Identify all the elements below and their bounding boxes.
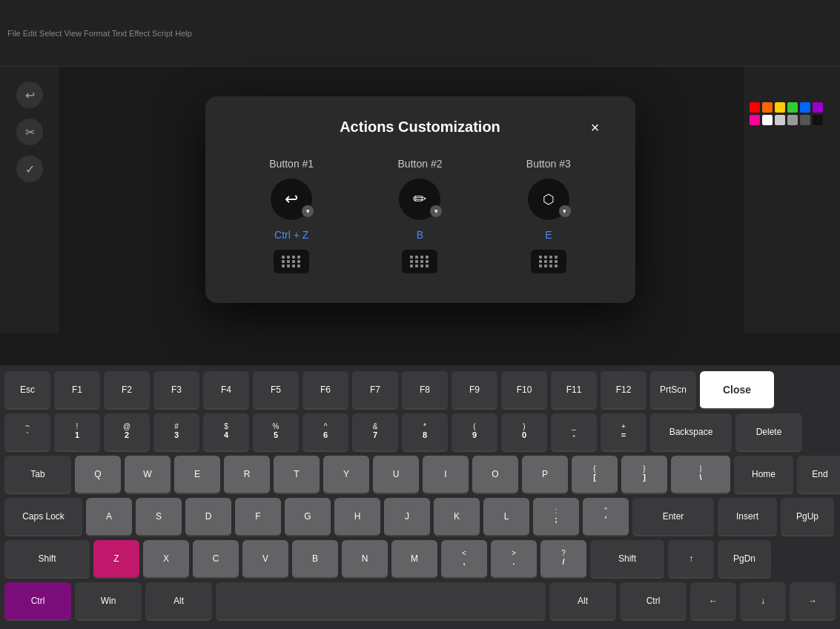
button-1-action[interactable]: ↩ ▾ [271, 179, 312, 220]
key-tab[interactable]: Tab [4, 456, 71, 494]
actions-customization-dialog: Actions Customization × Button #1 ↩ ▾ Ct… [205, 96, 635, 303]
key-prtscn[interactable]: PrtScn [650, 371, 696, 410]
key-f5[interactable]: F5 [253, 371, 299, 410]
key-arrow-right[interactable]: → [790, 582, 836, 621]
key-win[interactable]: Win [75, 582, 142, 621]
key-f10[interactable]: F10 [501, 371, 547, 410]
key-f12[interactable]: F12 [601, 371, 646, 410]
key-w[interactable]: W [125, 456, 171, 494]
key-j[interactable]: J [384, 498, 430, 536]
key-q[interactable]: Q [75, 456, 121, 494]
key-rbracket[interactable]: }] [621, 456, 667, 494]
key-f3[interactable]: F3 [153, 371, 199, 410]
key-o[interactable]: O [472, 456, 518, 494]
key-shift-left[interactable]: Shift [4, 540, 90, 579]
key-k[interactable]: K [434, 498, 480, 536]
key-esc[interactable]: Esc [4, 371, 50, 410]
brush-icon: ✏ [413, 190, 426, 209]
key-f7[interactable]: F7 [352, 371, 398, 410]
key-3[interactable]: #3 [153, 413, 199, 452]
key-8[interactable]: *8 [402, 413, 448, 452]
key-f9[interactable]: F9 [452, 371, 497, 410]
key-ctrl-left[interactable]: Ctrl [4, 582, 71, 621]
key-shift-right[interactable]: Shift [590, 540, 664, 579]
key-pgup[interactable]: PgUp [781, 498, 834, 536]
key-space[interactable] [216, 582, 546, 621]
button-1-shortcut: Ctrl + Z [274, 229, 308, 241]
key-p[interactable]: P [522, 456, 568, 494]
keyboard-close-button[interactable]: Close [700, 371, 774, 410]
button-2-grid-btn[interactable] [402, 250, 437, 273]
key-g[interactable]: G [285, 498, 331, 536]
key-b[interactable]: B [292, 540, 338, 579]
key-f8[interactable]: F8 [402, 371, 448, 410]
key-backslash[interactable]: |\ [671, 456, 730, 494]
key-insert[interactable]: Insert [718, 498, 777, 536]
key-f[interactable]: F [235, 498, 281, 536]
key-comma[interactable]: <, [441, 540, 487, 579]
button-3-grid-btn[interactable] [531, 250, 566, 273]
key-v[interactable]: V [242, 540, 288, 579]
key-s[interactable]: S [136, 498, 182, 536]
key-5[interactable]: %5 [253, 413, 299, 452]
dialog-close-button[interactable]: × [585, 117, 606, 138]
key-backspace[interactable]: Backspace [650, 413, 732, 452]
key-alt-right[interactable]: Alt [549, 582, 616, 621]
key-c[interactable]: C [193, 540, 239, 579]
button-3-action[interactable]: ⬡ ▾ [528, 179, 569, 220]
key-n[interactable]: N [342, 540, 388, 579]
button-col-1: Button #1 ↩ ▾ Ctrl + Z [235, 158, 348, 273]
key-pgdn[interactable]: PgDn [718, 540, 771, 579]
key-alt-left[interactable]: Alt [145, 582, 212, 621]
key-r[interactable]: R [224, 456, 270, 494]
key-home[interactable]: Home [734, 456, 793, 494]
dropdown-arrow-2: ▾ [430, 205, 442, 217]
key-f1[interactable]: F1 [54, 371, 100, 410]
key-4[interactable]: $4 [203, 413, 249, 452]
key-arrow-left[interactable]: ← [690, 582, 736, 621]
key-m[interactable]: M [391, 540, 437, 579]
key-slash[interactable]: ?/ [540, 540, 586, 579]
button-1-grid-btn[interactable] [274, 250, 309, 273]
key-l[interactable]: L [483, 498, 529, 536]
key-u[interactable]: U [373, 456, 419, 494]
key-quote[interactable]: "' [583, 498, 629, 536]
key-arrow-up[interactable]: ↑ [668, 540, 714, 579]
key-enter[interactable]: Enter [632, 498, 714, 536]
key-z[interactable]: Z [93, 540, 139, 579]
button-col-3: Button #3 ⬡ ▾ E [492, 158, 605, 273]
key-a[interactable]: A [86, 498, 132, 536]
key-d[interactable]: D [185, 498, 231, 536]
key-backtick[interactable]: ~` [4, 413, 50, 452]
key-y[interactable]: Y [323, 456, 369, 494]
key-capslock[interactable]: Caps Lock [4, 498, 82, 536]
key-f2[interactable]: F2 [104, 371, 150, 410]
key-6[interactable]: ^6 [302, 413, 348, 452]
key-minus[interactable]: _- [551, 413, 597, 452]
key-lbracket[interactable]: {[ [572, 456, 618, 494]
key-x[interactable]: X [143, 540, 189, 579]
key-f11[interactable]: F11 [551, 371, 597, 410]
editor-tool-check: ✓ [16, 156, 43, 182]
editor-right-panel [744, 67, 840, 333]
key-delete[interactable]: Delete [735, 413, 802, 452]
key-h[interactable]: H [334, 498, 380, 536]
key-0[interactable]: )0 [501, 413, 547, 452]
key-equals[interactable]: += [601, 413, 646, 452]
key-e[interactable]: E [174, 456, 220, 494]
key-7[interactable]: &7 [352, 413, 398, 452]
key-semicolon[interactable]: :; [533, 498, 579, 536]
key-t[interactable]: T [274, 456, 320, 494]
key-1[interactable]: !1 [54, 413, 100, 452]
key-f4[interactable]: F4 [203, 371, 249, 410]
button-2-action[interactable]: ✏ ▾ [399, 179, 440, 220]
key-9[interactable]: (9 [452, 413, 497, 452]
key-ctrl-right[interactable]: Ctrl [620, 582, 687, 621]
key-i[interactable]: I [423, 456, 469, 494]
key-2[interactable]: @2 [104, 413, 150, 452]
button-1-label: Button #1 [269, 158, 314, 170]
key-f6[interactable]: F6 [302, 371, 348, 410]
key-arrow-down[interactable]: ↓ [740, 582, 786, 621]
key-period[interactable]: >. [491, 540, 537, 579]
key-end[interactable]: End [797, 456, 840, 494]
